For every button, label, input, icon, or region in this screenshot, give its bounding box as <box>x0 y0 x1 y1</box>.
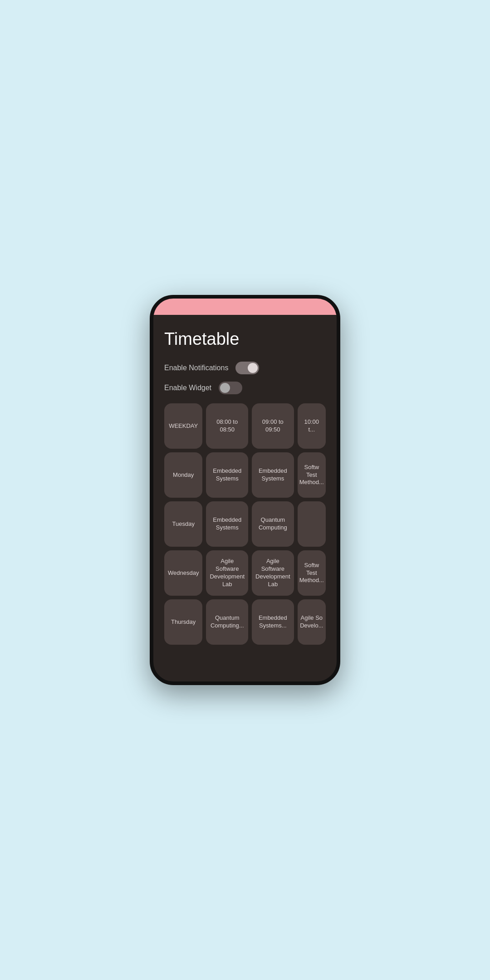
thursday-slot-3[interactable]: Agile SoDevelo... <box>298 599 326 645</box>
wednesday-slot-1[interactable]: Agile SoftwareDevelopmentLab <box>206 550 248 596</box>
status-bar <box>153 299 337 315</box>
notifications-toggle[interactable] <box>235 362 259 374</box>
tuesday-slot-1[interactable]: EmbeddedSystems <box>206 501 248 547</box>
widget-toggle-label: Enable Widget <box>164 384 211 392</box>
phone-device: Timetable Enable Notifications Enable Wi… <box>150 295 340 685</box>
widget-toggle-row: Enable Widget <box>164 382 326 394</box>
header-weekday[interactable]: WEEKDAY <box>164 403 202 449</box>
monday-slot-1[interactable]: EmbeddedSystems <box>206 452 248 498</box>
header-time-0800[interactable]: 08:00 to08:50 <box>206 403 248 449</box>
phone-screen: Timetable Enable Notifications Enable Wi… <box>153 315 337 681</box>
thursday-slot-1[interactable]: QuantumComputing... <box>206 599 248 645</box>
monday-slot-2[interactable]: EmbeddedSystems <box>252 452 294 498</box>
header-time-0900[interactable]: 09:00 to09:50 <box>252 403 294 449</box>
wednesday-slot-3[interactable]: SoftwTestMethod... <box>298 550 326 596</box>
header-time-1000[interactable]: 10:00 t... <box>298 403 326 449</box>
tuesday-slot-2[interactable]: QuantumComputing <box>252 501 294 547</box>
day-thursday[interactable]: Thursday <box>164 599 202 645</box>
wednesday-slot-2[interactable]: Agile SoftwareDevelopmentLab <box>252 550 294 596</box>
page-title: Timetable <box>164 329 326 349</box>
widget-toggle[interactable] <box>219 382 242 394</box>
widget-toggle-knob <box>220 383 230 393</box>
thursday-slot-2[interactable]: EmbeddedSystems... <box>252 599 294 645</box>
day-tuesday[interactable]: Tuesday <box>164 501 202 547</box>
day-wednesday[interactable]: Wednesday <box>164 550 202 596</box>
notifications-toggle-label: Enable Notifications <box>164 364 228 372</box>
notifications-toggle-knob <box>248 363 258 373</box>
day-monday[interactable]: Monday <box>164 452 202 498</box>
notifications-toggle-row: Enable Notifications <box>164 362 326 374</box>
timetable-grid: WEEKDAY 08:00 to08:50 09:00 to09:50 10:0… <box>164 403 326 645</box>
screen-content: Timetable Enable Notifications Enable Wi… <box>153 315 337 681</box>
monday-slot-3[interactable]: SoftwTestMethod... <box>298 452 326 498</box>
tuesday-slot-3[interactable] <box>298 501 326 547</box>
